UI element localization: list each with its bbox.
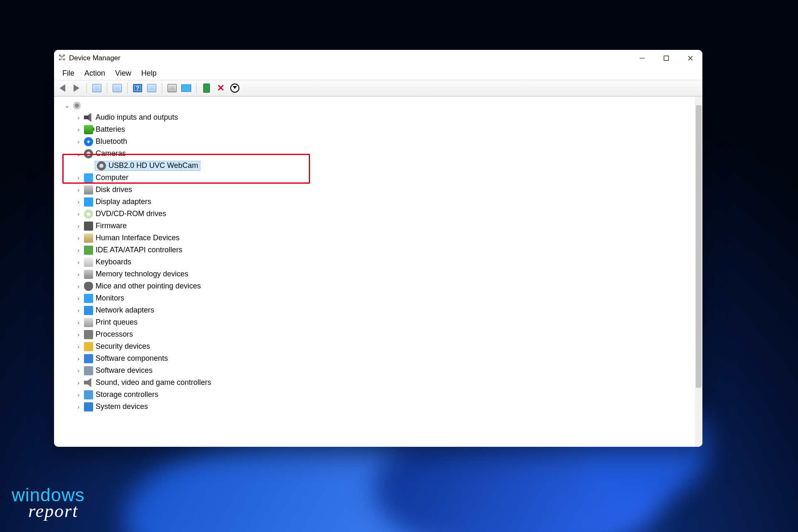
tree-category[interactable]: ›Batteries: [63, 123, 695, 135]
ide-icon: [84, 246, 93, 255]
expand-icon[interactable]: ›: [75, 331, 82, 338]
expand-icon[interactable]: ›: [75, 319, 82, 326]
expand-icon[interactable]: ›: [75, 271, 82, 278]
tree-category[interactable]: ›Processors: [63, 328, 695, 340]
hid-icon: [84, 234, 93, 243]
tree-item-label: Monitors: [96, 294, 124, 303]
expand-icon[interactable]: ›: [75, 138, 82, 145]
action-button[interactable]: [146, 82, 158, 94]
expand-icon[interactable]: ›: [75, 295, 82, 302]
tree-category[interactable]: ›Bluetooth: [63, 135, 695, 148]
tree-item-label: Processors: [96, 330, 133, 339]
collapse-icon[interactable]: ⌄: [75, 150, 82, 158]
scrollbar[interactable]: [695, 97, 702, 447]
expand-icon[interactable]: ›: [75, 234, 82, 241]
minimize-button[interactable]: [630, 50, 654, 66]
scrollbar-thumb[interactable]: [696, 105, 702, 388]
expand-icon[interactable]: ›: [75, 367, 82, 374]
tree-category[interactable]: ›Firmware: [63, 220, 695, 232]
expand-icon[interactable]: ›: [75, 186, 82, 193]
titlebar[interactable]: Device Manager: [54, 50, 702, 66]
expand-icon[interactable]: ›: [75, 246, 82, 254]
help-button[interactable]: [132, 82, 143, 94]
tree-category[interactable]: ›Software devices: [63, 365, 695, 377]
tree-item-label: Batteries: [96, 125, 125, 134]
tree-category[interactable]: ›Memory technology devices: [63, 268, 695, 280]
expand-icon[interactable]: ›: [75, 174, 82, 181]
expand-icon[interactable]: ›: [75, 391, 82, 398]
menubar: File Action View Help: [54, 66, 702, 80]
uninstall-device-button[interactable]: ✕: [215, 82, 227, 94]
expand-icon[interactable]: ›: [75, 126, 82, 133]
expand-icon[interactable]: ›: [75, 210, 82, 217]
tree-category[interactable]: ›Storage controllers: [63, 389, 695, 401]
tree-item-label: Disk drives: [96, 185, 132, 194]
tree-category[interactable]: ⌄Cameras: [63, 148, 695, 160]
close-button[interactable]: [678, 50, 702, 66]
tree-device[interactable]: ·USB2.0 HD UVC WebCam: [63, 160, 695, 172]
tree-category[interactable]: ›IDE ATA/ATAPI controllers: [63, 244, 695, 256]
tree-item-label: Mice and other pointing devices: [96, 282, 201, 291]
tree-item-label: Display adapters: [96, 197, 151, 206]
tree-category[interactable]: ›DVD/CD-ROM drives: [63, 208, 695, 220]
back-button[interactable]: [57, 82, 68, 94]
properties-button[interactable]: [111, 82, 123, 94]
tree-category[interactable]: ›Print queues: [63, 316, 695, 328]
expand-icon[interactable]: ›: [75, 259, 82, 266]
sec-icon: [84, 342, 93, 351]
expand-icon[interactable]: ›: [75, 222, 82, 229]
expand-icon[interactable]: ›: [75, 343, 82, 350]
menu-action[interactable]: Action: [79, 67, 110, 79]
show-hide-console-tree-button[interactable]: [91, 82, 103, 94]
toolbar-divider: [86, 83, 87, 94]
tree-category[interactable]: ›Display adapters: [63, 196, 695, 208]
tree-category[interactable]: ›Sound, video and game controllers: [63, 377, 695, 389]
watermark: windows report: [12, 487, 85, 520]
update-driver-button[interactable]: [166, 82, 178, 94]
device-manager-window: Device Manager File Action View Help: [54, 50, 702, 447]
tree-category[interactable]: ›Computer: [63, 172, 695, 184]
tree-category[interactable]: ›Human Interface Devices: [63, 232, 695, 244]
disable-device-button[interactable]: [229, 82, 241, 94]
collapse-icon[interactable]: ⌄: [63, 102, 71, 109]
tree-category[interactable]: ›System devices: [63, 401, 695, 413]
device-tree[interactable]: ⌄›Audio inputs and outputs›Batteries›Blu…: [54, 97, 695, 447]
expand-icon[interactable]: ›: [75, 198, 82, 205]
tree-item-label: Storage controllers: [96, 390, 158, 399]
scan-hardware-button[interactable]: [180, 82, 192, 94]
net-icon: [84, 306, 93, 315]
tree-item-label: USB2.0 HD UVC WebCam: [108, 161, 198, 170]
forward-button[interactable]: [71, 82, 82, 94]
expand-icon[interactable]: ›: [75, 403, 82, 410]
toolbar-divider: [162, 83, 162, 94]
expand-icon[interactable]: ›: [75, 114, 82, 121]
tree-category[interactable]: ›Monitors: [63, 292, 695, 304]
expand-icon[interactable]: ›: [75, 355, 82, 362]
menu-view[interactable]: View: [110, 67, 136, 79]
tree-category[interactable]: ›Mice and other pointing devices: [63, 280, 695, 292]
tree-item-label: Cameras: [96, 149, 126, 158]
cpu-icon: [84, 330, 93, 339]
root-icon: [72, 101, 81, 110]
expand-icon[interactable]: ›: [75, 307, 82, 314]
expand-icon[interactable]: ›: [75, 283, 82, 290]
tree-category[interactable]: ›Disk drives: [63, 184, 695, 196]
tree-root[interactable]: ⌄: [63, 99, 695, 111]
svg-rect-1: [664, 56, 669, 61]
enable-device-button[interactable]: [201, 82, 212, 94]
tree-category[interactable]: ›Security devices: [63, 340, 695, 352]
tree-category[interactable]: ›Audio inputs and outputs: [63, 111, 695, 123]
menu-help[interactable]: Help: [136, 67, 162, 79]
tree-category[interactable]: ›Keyboards: [63, 256, 695, 268]
tree-item-label: Network adapters: [96, 306, 154, 315]
maximize-button[interactable]: [654, 50, 678, 66]
tree-category[interactable]: ›Network adapters: [63, 304, 695, 316]
tree-category[interactable]: ›Software components: [63, 352, 695, 365]
tree-item-label: Bluetooth: [96, 137, 127, 146]
tree-item-label: Software components: [96, 354, 168, 363]
expand-icon[interactable]: ›: [75, 379, 82, 386]
tree-item-label: Software devices: [96, 366, 153, 375]
tree-item-label: Human Interface Devices: [96, 234, 180, 242]
menu-file[interactable]: File: [57, 67, 79, 79]
battery-icon: [84, 125, 93, 134]
